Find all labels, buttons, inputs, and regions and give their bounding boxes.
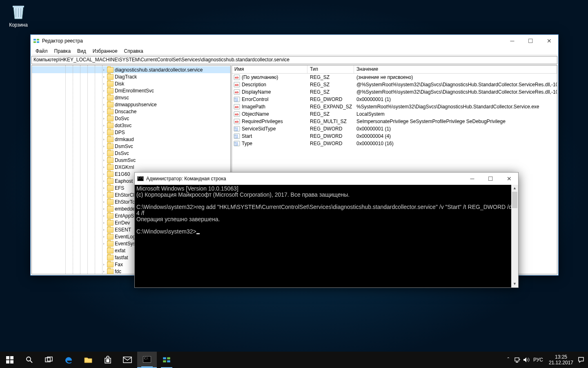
tree-item[interactable]: ›Dnscache — [32, 108, 230, 115]
maximize-button[interactable]: ☐ — [521, 35, 540, 47]
value-row[interactable]: abDescriptionREG_SZ@%SystemRoot%\system3… — [232, 81, 557, 88]
start-button[interactable] — [0, 352, 20, 368]
tree-item[interactable]: ›dmwappushservice — [32, 101, 230, 108]
scroll-thumb[interactable] — [512, 192, 517, 208]
expand-icon[interactable]: › — [101, 179, 106, 183]
column-type[interactable]: Тип — [307, 65, 354, 73]
tree-item[interactable]: ›DPS — [32, 129, 230, 136]
expand-icon[interactable]: › — [101, 158, 106, 162]
tree-item[interactable]: ›drmkaud — [32, 136, 230, 143]
value-row[interactable]: abDisplayNameREG_SZ@%SystemRoot%\system3… — [232, 88, 557, 96]
expand-icon[interactable]: › — [101, 186, 106, 190]
tree-item[interactable]: ›diagnosticshub.standardcollector.servic… — [32, 66, 230, 73]
expand-icon[interactable]: › — [101, 228, 106, 232]
expand-icon[interactable]: › — [101, 263, 106, 267]
column-value[interactable]: Значение — [354, 65, 557, 73]
menu-file[interactable]: Файл — [32, 47, 51, 55]
menu-help[interactable]: Справка — [121, 47, 147, 55]
tray-language[interactable]: РУС — [531, 357, 546, 363]
value-row[interactable]: abImagePathREG_EXPAND_SZ%SystemRoot%\sys… — [232, 103, 557, 110]
value-row[interactable]: 011110ErrorControlREG_DWORD0x00000001 (1… — [232, 96, 557, 103]
tree-item[interactable]: ›dmvsc — [32, 94, 230, 101]
scroll-down-icon[interactable]: ▼ — [511, 280, 518, 287]
expand-icon[interactable]: › — [101, 117, 106, 121]
tree-item[interactable]: ›DsmSvc — [32, 143, 230, 150]
expand-icon[interactable]: › — [101, 165, 106, 169]
cmd-titlebar[interactable]: Администратор: Командная строка ─ ☐ ✕ — [135, 173, 518, 185]
taskbar-store[interactable] — [98, 352, 118, 368]
minimize-button[interactable]: ─ — [503, 35, 521, 47]
cmd-maximize-button[interactable]: ☐ — [481, 173, 500, 185]
expand-icon[interactable]: › — [101, 123, 106, 128]
tree-item[interactable]: ›dot3svc — [32, 122, 230, 129]
expand-icon[interactable]: › — [101, 172, 106, 176]
expand-icon[interactable]: › — [101, 242, 106, 246]
menu-view[interactable]: Вид — [74, 47, 89, 55]
expand-icon[interactable]: › — [101, 110, 106, 114]
expand-icon[interactable]: › — [101, 214, 106, 218]
value-row[interactable]: 011110StartREG_DWORD0x00000004 (4) — [232, 132, 557, 140]
expand-icon[interactable]: › — [101, 151, 106, 155]
tray-volume-icon[interactable] — [522, 357, 531, 363]
task-view-button[interactable] — [39, 352, 59, 368]
taskbar-mail[interactable] — [118, 352, 137, 368]
folder-icon — [107, 185, 114, 191]
regedit-address[interactable]: Компьютер\HKEY_LOCAL_MACHINE\SYSTEM\Curr… — [31, 56, 557, 64]
cmd-body[interactable]: Microsoft Windows [Version 10.0.15063] (… — [135, 185, 518, 287]
scroll-up-icon[interactable]: ▲ — [511, 185, 518, 192]
taskbar-edge[interactable] — [59, 352, 78, 368]
value-row[interactable]: 011110ServiceSidTypeREG_DWORD0x00000001 … — [232, 125, 557, 132]
expand-icon[interactable]: › — [101, 75, 106, 79]
taskbar: C:\ ˆ РУС 13:25 21.12.2017 — [0, 352, 588, 368]
close-button[interactable]: ✕ — [540, 35, 558, 47]
expand-icon[interactable]: › — [101, 193, 106, 197]
tree-label: dmvsc — [115, 95, 129, 101]
taskbar-explorer[interactable] — [78, 352, 98, 368]
expand-icon[interactable]: › — [101, 200, 106, 204]
search-button[interactable] — [20, 352, 39, 368]
tree-item[interactable]: ›DoSvc — [32, 115, 230, 122]
value-row[interactable]: ab(По умолчанию)REG_SZ(значение не присв… — [232, 74, 557, 81]
cmd-minimize-button[interactable]: ─ — [463, 173, 481, 185]
tree-item[interactable]: ›DiagTrack — [32, 73, 230, 80]
recycle-bin[interactable]: Корзина — [4, 2, 33, 28]
value-row[interactable]: abObjectNameREG_SZLocalSystem — [232, 110, 557, 118]
expand-icon[interactable]: › — [101, 103, 106, 107]
svg-text:110: 110 — [234, 136, 238, 139]
expand-icon[interactable]: › — [101, 68, 106, 72]
expand-icon[interactable]: › — [101, 221, 106, 225]
cmd-scrollbar[interactable]: ▲ ▼ — [511, 185, 518, 287]
tree-item[interactable]: ›DXGKrnl — [32, 164, 230, 171]
values-header[interactable]: Имя Тип Значение — [232, 65, 557, 74]
taskbar-cmd[interactable]: C:\ — [137, 352, 157, 368]
expand-icon[interactable]: › — [101, 269, 106, 274]
value-row[interactable]: abRequiredPrivilegesREG_MULTI_SZSeImpers… — [232, 118, 557, 125]
svg-text:ab: ab — [235, 83, 238, 87]
tray-notifications-icon[interactable] — [577, 357, 586, 363]
expand-icon[interactable]: › — [101, 144, 106, 148]
tree-label: diagnosticshub.standardcollector.service — [115, 67, 203, 73]
menu-favorites[interactable]: Избранное — [89, 47, 121, 55]
regedit-titlebar[interactable]: Редактор реестра ─ ☐ ✕ — [31, 35, 558, 47]
svg-text:110: 110 — [234, 99, 238, 102]
tray-network-icon[interactable] — [513, 357, 522, 363]
menu-edit[interactable]: Правка — [51, 47, 74, 55]
svg-text:110: 110 — [234, 129, 238, 131]
expand-icon[interactable]: › — [101, 82, 106, 86]
taskbar-regedit[interactable] — [157, 352, 176, 368]
expand-icon[interactable]: › — [101, 207, 106, 211]
cmd-close-button[interactable]: ✕ — [500, 173, 518, 185]
expand-icon[interactable]: › — [101, 96, 106, 100]
expand-icon[interactable]: › — [101, 137, 106, 141]
tree-item[interactable]: ›DmEnrollmentSvc — [32, 87, 230, 94]
column-name[interactable]: Имя — [232, 65, 307, 73]
tree-item[interactable]: ›DsSvc — [32, 150, 230, 157]
tree-item[interactable]: ›Disk — [32, 80, 230, 87]
expand-icon[interactable]: › — [101, 130, 106, 135]
value-row[interactable]: 011110TypeREG_DWORD0x00000010 (16) — [232, 140, 557, 147]
expand-icon[interactable]: › — [101, 89, 106, 93]
tray-chevron-icon[interactable]: ˆ — [504, 357, 513, 363]
expand-icon[interactable]: › — [101, 235, 106, 239]
tray-clock[interactable]: 13:25 21.12.2017 — [546, 354, 577, 366]
tree-item[interactable]: ›DusmSvc — [32, 157, 230, 164]
